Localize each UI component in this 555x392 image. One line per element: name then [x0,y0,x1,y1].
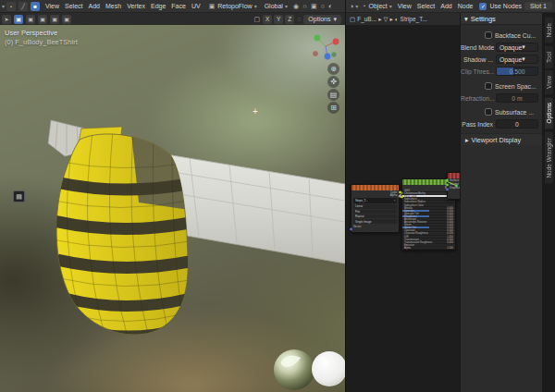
viewport-display-panel-header[interactable]: ▸ Viewport Display [461,133,542,145]
socket-label: Clearcoat Roughness [404,232,428,235]
backface-culling-checkbox[interactable] [485,31,492,39]
gizmo-x-axis[interactable] [333,39,339,45]
editor-type-icon[interactable]: ◑ [349,3,354,9]
navigation-gizmo[interactable] [310,31,341,62]
socket-label: Metallic [404,206,413,209]
pan-hand-button[interactable]: ✜ [327,76,339,88]
node-input-row[interactable]: Displacement [448,186,460,190]
socket-label: Subsurface Radius [404,201,426,203]
sidebar-tab[interactable]: Node [545,18,553,43]
axis-x-button[interactable]: X [263,15,272,24]
image-node-option-dropdown[interactable]: Flat [353,210,397,214]
shading-sphere-icon: ◔ [361,3,366,9]
tool-button-5[interactable]: ▣ [62,15,71,24]
screen-space-refraction-checkbox[interactable] [485,82,492,90]
mode-dropdown-icon[interactable]: ▾ [2,3,5,9]
option-value: Linear [355,205,363,208]
cursor-tool-icon[interactable]: ➤ [2,15,11,24]
shader-menu-item[interactable]: Select [414,3,438,9]
vertex-select-mode-icon[interactable]: • [6,2,16,11]
sidebar-tab[interactable]: Node Wrangler [545,132,553,184]
unlink-image-icon[interactable]: × [394,200,396,202]
image-node-option-dropdown[interactable]: Repeat [353,214,397,218]
sidebar-tab[interactable]: View [545,70,553,94]
chevron-down-icon: ▾ [464,15,468,23]
breadcrumb-object[interactable]: F_uB... [357,16,376,22]
viewport-overlay-text: User Perspective (0) F_uBody_BeeTShirt [5,29,78,47]
node-output-row[interactable]: Alpha [352,194,399,198]
socket-value: 0.000 [447,238,453,240]
viewport-floating-button[interactable]: ▤ [13,190,25,202]
zoom-button[interactable]: ⊕ [327,63,339,75]
image-name-field[interactable]: Stripe_T... × [353,198,397,203]
mirror-box-icon[interactable]: ▢ [253,16,262,23]
camera-view-button[interactable]: ▤ [327,89,339,101]
settings-title: Settings [471,15,496,23]
snap-target-icon[interactable]: ▣ [310,3,318,10]
pivot-point-icon[interactable]: ◉ [292,3,300,10]
pass-index-field[interactable]: 0 [496,119,538,129]
shader-menu-item[interactable]: Node [455,3,476,9]
retopoflow-menu[interactable]: ▣ RetopoFlow ▾ [205,3,260,10]
tool-button-2[interactable]: ▣ [26,15,35,24]
viewport-menu-item[interactable]: Vertex [124,3,148,9]
shader-menu-item[interactable]: Add [438,3,454,9]
material-settings-panel: ▾ Settings Backface Cu... Blend Mode Opa… [460,13,542,392]
gizmo-neg-x-axis[interactable] [313,51,317,55]
transform-orientation-dropdown[interactable]: Global ▾ [262,3,290,9]
snap-magnet-icon[interactable]: ∩ [302,3,308,9]
material-slot-button[interactable]: Slot 1 [524,2,552,10]
breadcrumb-material[interactable]: Stripe_T... [401,16,427,22]
sidebar-tab[interactable]: Options [545,97,553,129]
viewport-menu-item[interactable]: Add [86,3,103,9]
viewport-menu-item[interactable]: UV [189,3,204,9]
viewport-menu-item[interactable]: View [43,3,62,9]
proportional-circle-icon[interactable]: ◌ [296,16,302,22]
shader-type-dropdown[interactable]: ◔ Object ▾ [359,3,393,9]
viewport-menu-item[interactable]: Mesh [103,3,124,9]
blend-mode-dropdown[interactable]: Opaque ▾ [496,43,538,52]
image-texture-node[interactable]: Color Alpha Stripe_T... × Linear Flat Re… [351,184,400,233]
subsurface-translucency-checkbox[interactable] [485,108,492,116]
perspective-toggle-button[interactable]: ⊞ [327,102,339,114]
chevron-right-icon: ▸ [378,16,381,23]
viewport-canvas[interactable]: User Perspective (0) F_uBody_BeeTShirt ⊕… [0,25,345,392]
gizmo-neg-y-axis[interactable] [331,52,336,56]
image-node-option-dropdown[interactable]: Linear [353,204,397,208]
image-node-option-dropdown[interactable]: Single Image [353,219,397,223]
refraction-depth-field[interactable]: 0 m [496,93,538,103]
options-dropdown-button[interactable]: Options ▾ [303,15,341,24]
tool-button-3[interactable]: ▣ [38,15,47,24]
sidebar-tab[interactable]: Tool [545,46,553,68]
material-icon: ◐ [395,16,399,22]
proportional-falloff-icon[interactable]: ◐ [327,3,333,9]
settings-panel-header[interactable]: ▾ Settings [461,13,542,25]
shadow-mode-dropdown[interactable]: Opaque ▾ [496,55,538,64]
tool-button-1[interactable]: ▣ [14,15,23,24]
viewport-header: ▾ • ╱ ■ ViewSelectAddMeshVertexEdgeFaceU… [0,0,345,13]
axis-z-button[interactable]: Z [285,15,294,24]
node-socket-row[interactable]: Alpha 1.000 [402,247,455,250]
viewport-menu-item[interactable]: Edge [148,3,168,9]
shader-menu-item[interactable]: View [395,3,414,9]
gizmo-z-axis[interactable] [325,54,331,60]
node-editor-canvas[interactable]: Color Alpha Stripe_T... × Linear Flat Re… [345,25,460,392]
input-socket-label: Volume [450,183,459,186]
socket-value: 1.450 [447,235,453,238]
proportional-editing-icon[interactable]: ○ [320,3,326,9]
edge-select-mode-icon[interactable]: ╱ [18,2,28,11]
white-sphere[interactable] [312,351,345,386]
node-input-row[interactable]: Vector [352,225,399,228]
use-nodes-checkbox[interactable]: ✓ [479,3,487,10]
chevron-down-icon: ▾ [333,16,337,23]
gizmo-y-axis[interactable] [314,35,321,42]
socket-label: IOR [404,235,409,238]
clip-threshold-slider[interactable]: 0.500 [496,67,538,76]
viewport-menu-item[interactable]: Face [168,3,189,9]
viewport-menu-item[interactable]: Select [62,3,85,9]
scene-meshes[interactable] [0,25,345,392]
tool-button-4[interactable]: ▣ [50,15,59,24]
axis-y-button[interactable]: Y [274,15,283,24]
face-select-mode-icon[interactable]: ■ [31,2,40,11]
material-output-node[interactable]: Surface Volume Displacement [447,172,460,200]
